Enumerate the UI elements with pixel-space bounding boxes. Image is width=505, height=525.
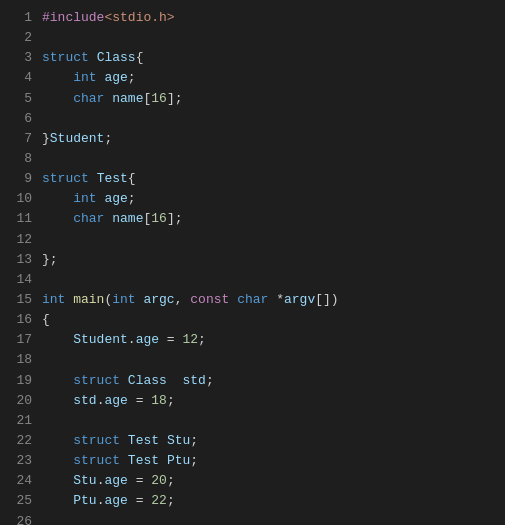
code-line: }; (42, 250, 505, 270)
code-line: struct Test Stu; (42, 431, 505, 451)
line-number: 17 (8, 330, 32, 350)
code-line: struct Class std; (42, 371, 505, 391)
line-number: 13 (8, 250, 32, 270)
line-number: 10 (8, 189, 32, 209)
code-line: struct Test Ptu; (42, 451, 505, 471)
code-line (42, 350, 505, 370)
code-line: Ptu.age = 22; (42, 491, 505, 511)
code-content: #include<stdio.h> struct Class{ int age;… (38, 8, 505, 525)
line-number: 11 (8, 209, 32, 229)
line-number: 14 (8, 270, 32, 290)
line-number: 4 (8, 68, 32, 88)
code-line: struct Test{ (42, 169, 505, 189)
code-line (42, 109, 505, 129)
line-number: 18 (8, 350, 32, 370)
code-line: int age; (42, 189, 505, 209)
line-number: 24 (8, 471, 32, 491)
line-number: 25 (8, 491, 32, 511)
code-container: 1234567891011121314151617181920212223242… (0, 0, 505, 525)
line-number: 20 (8, 391, 32, 411)
code-line: Stu.age = 20; (42, 471, 505, 491)
code-line (42, 411, 505, 431)
line-number: 7 (8, 129, 32, 149)
line-numbers: 1234567891011121314151617181920212223242… (0, 8, 38, 525)
code-line: char name[16]; (42, 89, 505, 109)
code-line (42, 28, 505, 48)
code-line: Student.age = 12; (42, 330, 505, 350)
code-line: { (42, 310, 505, 330)
code-line: int main(int argc, const char *argv[]) (42, 290, 505, 310)
line-number: 23 (8, 451, 32, 471)
line-number: 19 (8, 371, 32, 391)
code-line (42, 230, 505, 250)
line-number: 15 (8, 290, 32, 310)
line-number: 3 (8, 48, 32, 68)
code-line: std.age = 18; (42, 391, 505, 411)
code-line: char name[16]; (42, 209, 505, 229)
line-number: 21 (8, 411, 32, 431)
code-line (42, 512, 505, 525)
line-number: 2 (8, 28, 32, 48)
code-line (42, 270, 505, 290)
code-line: #include<stdio.h> (42, 8, 505, 28)
line-number: 5 (8, 89, 32, 109)
line-number: 26 (8, 512, 32, 525)
code-line: int age; (42, 68, 505, 88)
line-number: 16 (8, 310, 32, 330)
code-line: }Student; (42, 129, 505, 149)
line-number: 9 (8, 169, 32, 189)
code-line: struct Class{ (42, 48, 505, 68)
line-number: 1 (8, 8, 32, 28)
line-number: 8 (8, 149, 32, 169)
code-line (42, 149, 505, 169)
line-number: 22 (8, 431, 32, 451)
line-number: 12 (8, 230, 32, 250)
line-number: 6 (8, 109, 32, 129)
